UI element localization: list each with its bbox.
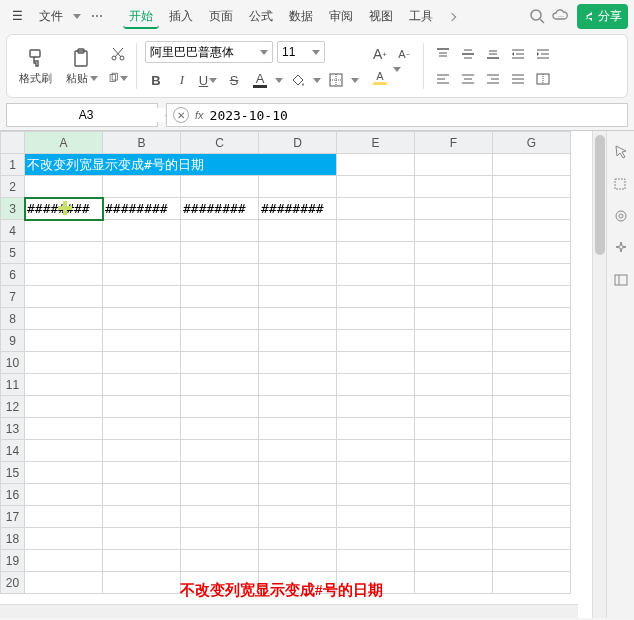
cell[interactable]	[493, 198, 571, 220]
cell[interactable]	[493, 484, 571, 506]
increase-font-button[interactable]: A+	[369, 43, 391, 65]
cell[interactable]: ########	[181, 198, 259, 220]
cell[interactable]	[25, 264, 103, 286]
cell[interactable]	[25, 462, 103, 484]
cell[interactable]	[181, 440, 259, 462]
cell[interactable]	[415, 484, 493, 506]
cell[interactable]	[337, 242, 415, 264]
cell[interactable]	[493, 572, 571, 594]
cell[interactable]	[259, 374, 337, 396]
cell[interactable]	[25, 506, 103, 528]
cell[interactable]	[337, 198, 415, 220]
cell[interactable]	[415, 418, 493, 440]
cell[interactable]	[25, 572, 103, 594]
cell[interactable]	[415, 352, 493, 374]
select-all-corner[interactable]	[1, 132, 25, 154]
cell[interactable]	[181, 264, 259, 286]
cell[interactable]	[259, 440, 337, 462]
paste-group[interactable]: 粘贴	[62, 47, 102, 86]
cell[interactable]	[415, 176, 493, 198]
cell[interactable]	[25, 242, 103, 264]
more-icon[interactable]: ⋯	[85, 5, 109, 27]
col-header-E[interactable]: E	[337, 132, 415, 154]
cell[interactable]	[103, 396, 181, 418]
cell[interactable]	[25, 176, 103, 198]
cell[interactable]	[259, 264, 337, 286]
cell[interactable]	[103, 550, 181, 572]
highlight-button[interactable]: A	[369, 67, 391, 89]
row-header[interactable]: 12	[1, 396, 25, 418]
dropdown-icon[interactable]	[313, 78, 321, 83]
cell[interactable]	[415, 286, 493, 308]
cell[interactable]	[103, 462, 181, 484]
cell[interactable]	[415, 550, 493, 572]
row-header[interactable]: 8	[1, 308, 25, 330]
cell[interactable]	[337, 286, 415, 308]
bold-button[interactable]: B	[145, 69, 167, 91]
cell[interactable]	[415, 506, 493, 528]
font-name-select[interactable]: 阿里巴巴普惠体	[145, 41, 273, 63]
cell[interactable]	[25, 352, 103, 374]
cell[interactable]	[493, 440, 571, 462]
tab-insert[interactable]: 插入	[163, 4, 199, 29]
cell[interactable]	[103, 572, 181, 594]
cell[interactable]	[337, 418, 415, 440]
cell[interactable]	[259, 242, 337, 264]
dropdown-icon[interactable]	[275, 78, 283, 83]
cell[interactable]	[259, 220, 337, 242]
fx-icon[interactable]: fx	[195, 109, 204, 121]
tab-start[interactable]: 开始	[123, 4, 159, 29]
cell[interactable]	[259, 550, 337, 572]
font-size-select[interactable]: 11	[277, 41, 325, 63]
col-header-D[interactable]: D	[259, 132, 337, 154]
row-header[interactable]: 20	[1, 572, 25, 594]
cell[interactable]	[337, 264, 415, 286]
cell[interactable]	[103, 528, 181, 550]
row-header[interactable]: 11	[1, 374, 25, 396]
cell[interactable]	[181, 528, 259, 550]
cell[interactable]	[415, 528, 493, 550]
row-header[interactable]: 17	[1, 506, 25, 528]
italic-button[interactable]: I	[171, 69, 193, 91]
cell[interactable]	[25, 396, 103, 418]
cell[interactable]	[259, 308, 337, 330]
cell[interactable]	[25, 220, 103, 242]
cell[interactable]	[337, 330, 415, 352]
cell[interactable]	[415, 308, 493, 330]
merged-title-cell[interactable]: 不改变列宽显示变成#号的日期	[25, 154, 337, 176]
panel-icon[interactable]	[612, 271, 630, 289]
col-header-A[interactable]: A	[25, 132, 103, 154]
cell[interactable]	[181, 286, 259, 308]
cell[interactable]	[259, 506, 337, 528]
cell[interactable]	[337, 220, 415, 242]
cell[interactable]	[493, 242, 571, 264]
scroll-thumb[interactable]	[595, 135, 605, 255]
row-header[interactable]: 15	[1, 462, 25, 484]
share-button[interactable]: 分享	[577, 4, 628, 29]
align-right-button[interactable]	[482, 68, 504, 90]
col-header-G[interactable]: G	[493, 132, 571, 154]
cell[interactable]	[103, 440, 181, 462]
font-color-button[interactable]: A	[249, 69, 271, 91]
cell[interactable]	[181, 396, 259, 418]
cell[interactable]	[337, 176, 415, 198]
cell[interactable]	[181, 242, 259, 264]
merge-cells-button[interactable]	[532, 68, 554, 90]
row-header[interactable]: 10	[1, 352, 25, 374]
row-header[interactable]: 2	[1, 176, 25, 198]
formula-input[interactable]	[210, 108, 621, 123]
row-header[interactable]: 18	[1, 528, 25, 550]
align-center-button[interactable]	[457, 68, 479, 90]
name-box-input[interactable]	[7, 108, 165, 122]
cell[interactable]	[493, 220, 571, 242]
dropdown-icon[interactable]	[393, 67, 401, 72]
cell[interactable]	[25, 550, 103, 572]
cell[interactable]	[25, 330, 103, 352]
cell[interactable]	[181, 176, 259, 198]
cell[interactable]	[259, 176, 337, 198]
row-header[interactable]: 13	[1, 418, 25, 440]
cell[interactable]	[493, 528, 571, 550]
cell[interactable]	[259, 352, 337, 374]
cell[interactable]	[103, 506, 181, 528]
select-icon[interactable]	[612, 175, 630, 193]
